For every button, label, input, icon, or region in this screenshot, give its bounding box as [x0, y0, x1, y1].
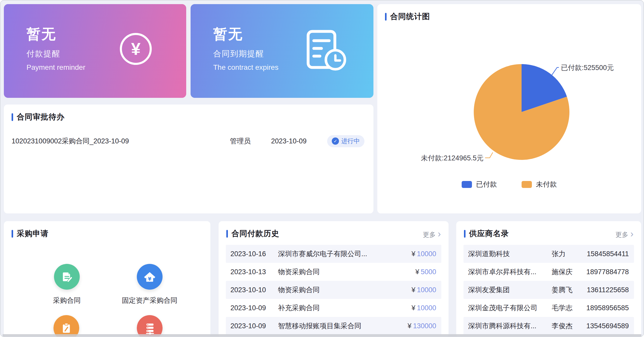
supplier-directory-header: 供应商名录 — [464, 228, 509, 239]
contract-approval-panel: 合同审批待办 1020231009002采购合同_2023-10-09 管理员 … — [4, 105, 373, 213]
chevron-right-icon: › — [438, 231, 441, 237]
payment-name: 深圳市赛威尔电子有限公司... — [278, 249, 412, 258]
payment-date: 2023-10-13 — [230, 268, 278, 276]
payment-amount: ¥10000 — [412, 286, 436, 294]
supplier-contact: 姜腾飞 — [552, 285, 582, 295]
supplier-phone: 15845854411 — [582, 250, 629, 258]
app-item-clipboard[interactable] — [38, 315, 95, 337]
supplier-phone: 13611225658 — [582, 286, 629, 294]
document-pencil-icon — [54, 264, 80, 290]
legend-item-paid[interactable]: 已付款 — [462, 180, 497, 189]
purchase-request-title: 采购申请 — [17, 228, 49, 239]
supplier-phone: 13545694589 — [582, 322, 629, 330]
pie-label-paid: 已付款:525500元 — [561, 63, 614, 72]
supplier-contact: 李俊杰 — [552, 321, 582, 331]
supplier-company: 深圳友爱集团 — [468, 285, 552, 295]
payment-row[interactable]: 2023-10-16 深圳市赛威尔电子有限公司... ¥10000 — [226, 245, 441, 263]
supplier-company: 深圳道勤科技 — [468, 249, 552, 258]
payment-date: 2023-10-09 — [230, 304, 278, 312]
payment-history-rows: 2023-10-16 深圳市赛威尔电子有限公司... ¥10000 2023-1… — [219, 245, 449, 335]
svg-text:¥: ¥ — [148, 276, 151, 282]
supplier-contact: 施保庆 — [552, 267, 582, 276]
title-accent-bar — [226, 230, 228, 238]
payment-name: 物资采购合同 — [278, 267, 415, 276]
document-clock-icon — [305, 29, 349, 73]
app-item-label: 采购合同 — [53, 296, 81, 305]
contract-expire-subtitle: The contract expires — [213, 63, 279, 72]
supplier-directory-title: 供应商名录 — [469, 228, 509, 239]
payment-name: 补充采购合同 — [278, 303, 412, 313]
supplier-directory-more-link[interactable]: 更多 › — [615, 230, 633, 239]
payment-date: 2023-10-16 — [230, 250, 278, 258]
supplier-row[interactable]: 深圳友爱集团 姜腾飞 13611225658 — [463, 281, 634, 299]
payment-row[interactable]: 2023-10-09 补充采购合同 ¥10000 — [226, 299, 441, 317]
status-label: 进行中 — [341, 137, 360, 145]
app-item-label: 固定资产采购合同 — [122, 296, 177, 305]
supplier-rows: 深圳道勤科技 张力 15845854411 深圳市卓尔昇科技有... 施保庆 1… — [456, 245, 641, 335]
app-item-purchase-contract[interactable]: 采购合同 — [39, 264, 95, 305]
supplier-phone: 18977884778 — [582, 268, 629, 276]
app-item-fixed-asset-contract[interactable]: ¥ 固定资产采购合同 — [121, 264, 178, 305]
legend-label-unpaid: 未付款 — [536, 180, 557, 189]
legend-item-unpaid[interactable]: 未付款 — [522, 180, 557, 189]
supplier-company: 深圳市卓尔昇科技有... — [468, 267, 552, 276]
payment-date: 2023-10-10 — [230, 286, 278, 294]
contract-stats-panel: 合同统计图 已付款:525500元 未付款:2124965.5元 已付款 未付款 — [377, 4, 641, 213]
payment-history-title: 合同付款历史 — [231, 228, 279, 239]
supplier-directory-panel: 供应商名录 更多 › 深圳道勤科技 张力 15845854411 深圳市卓尔昇科… — [456, 221, 641, 337]
app-item-server[interactable] — [121, 315, 178, 337]
leader-line-paid — [550, 67, 559, 77]
title-accent-bar — [464, 230, 466, 238]
legend-swatch-unpaid — [522, 181, 532, 188]
supplier-contact: 毛学志 — [552, 303, 582, 313]
pie-legend: 已付款 未付款 — [377, 180, 641, 189]
payment-amount: ¥130000 — [408, 322, 436, 330]
chevron-right-icon: › — [630, 231, 633, 237]
payment-name: 物资采购合同 — [278, 285, 412, 295]
payment-amount: ¥5000 — [415, 268, 436, 276]
contract-expire-value: 暂无 — [213, 25, 243, 44]
supplier-phone: 18958956585 — [582, 304, 629, 312]
payment-row[interactable]: 2023-10-13 物资采购合同 ¥5000 — [226, 263, 441, 281]
approval-contract-name: 1020231009002采购合同_2023-10-09 — [12, 136, 230, 146]
payment-history-header: 合同付款历史 — [226, 228, 279, 239]
title-accent-bar — [12, 113, 13, 121]
contract-expire-card[interactable]: 暂无 合同到期提醒 The contract expires — [191, 4, 373, 98]
payment-date: 2023-10-09 — [230, 322, 278, 330]
title-accent-bar — [12, 230, 13, 238]
payment-history-more-link[interactable]: 更多 › — [423, 230, 441, 239]
payment-reminder-value: 暂无 — [26, 25, 56, 44]
payment-name: 智慧移动报账项目集采合同 — [278, 321, 408, 331]
payment-reminder-title: 付款提醒 — [26, 48, 60, 59]
yuan-glyph: ¥ — [131, 39, 141, 59]
payment-reminder-subtitle: Payment reminder — [26, 63, 85, 72]
supplier-row[interactable]: 深圳道勤科技 张力 15845854411 — [463, 245, 634, 263]
approval-row[interactable]: 1020231009002采购合同_2023-10-09 管理员 2023-10… — [12, 133, 364, 149]
purchase-request-panel: 采购申请 采购合同 ¥ — [4, 221, 210, 337]
payment-amount: ¥10000 — [412, 304, 436, 312]
supplier-row[interactable]: 深圳市卓尔昇科技有... 施保庆 18977884778 — [463, 263, 634, 281]
payment-amount: ¥10000 — [412, 250, 436, 258]
purchase-request-header: 采购申请 — [12, 228, 49, 239]
legend-label-paid: 已付款 — [476, 180, 497, 189]
payment-reminder-card[interactable]: 暂无 付款提醒 Payment reminder ¥ — [4, 4, 186, 98]
contract-approval-title: 合同审批待办 — [17, 112, 65, 122]
payment-row[interactable]: 2023-10-09 智慧移动报账项目集采合同 ¥130000 — [226, 317, 441, 335]
clipboard-pencil-icon — [53, 315, 79, 337]
leader-line-unpaid — [485, 152, 493, 158]
contract-expire-title: 合同到期提醒 — [213, 48, 264, 59]
pie-label-unpaid: 未付款:2124965.5元 — [421, 153, 484, 163]
supplier-company: 深圳金茂电子有限公司 — [468, 303, 552, 313]
payment-row[interactable]: 2023-10-10 物资采购合同 ¥10000 — [226, 281, 441, 299]
supplier-contact: 张力 — [552, 249, 582, 258]
approval-date: 2023-10-09 — [271, 137, 327, 145]
yuan-circle-icon: ¥ — [120, 33, 152, 65]
supplier-row[interactable]: 深圳市腾科源科技有... 李俊杰 13545694589 — [463, 317, 634, 335]
payment-history-panel: 合同付款历史 更多 › 2023-10-16 深圳市赛威尔电子有限公司... ¥… — [219, 221, 449, 337]
dashboard-page: 暂无 付款提醒 Payment reminder ¥ 暂无 合同到期提醒 The… — [0, 0, 644, 337]
supplier-company: 深圳市腾科源科技有... — [468, 321, 552, 331]
approval-user: 管理员 — [230, 136, 271, 146]
contract-approval-header: 合同审批待办 — [12, 112, 65, 122]
legend-swatch-paid — [462, 181, 472, 188]
supplier-row[interactable]: 深圳金茂电子有限公司 毛学志 18958956585 — [463, 299, 634, 317]
